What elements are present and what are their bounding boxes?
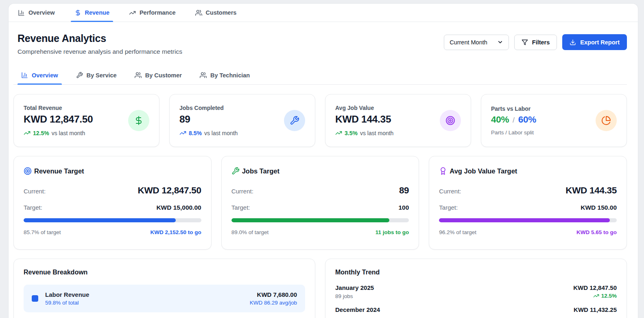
users-icon: [135, 72, 142, 79]
revenue-breakdown-panel: Revenue Breakdown Labor Revenue 59.8% of…: [13, 259, 315, 318]
kpi-value: KWD 144.35: [335, 114, 393, 125]
progress-fill: [231, 218, 390, 222]
breakdown-name: Labor Revenue: [45, 291, 89, 298]
dollar-icon: [74, 9, 81, 16]
nav-tab-performance[interactable]: Performance: [125, 4, 179, 22]
trend-row-january: January 2025 89 jobs KWD 12,847.50 12.5%: [335, 284, 617, 299]
users-icon: [195, 9, 202, 16]
award-icon: [439, 167, 447, 175]
jobs-target-card: Jobs Target Current: 89 Target: 100 89.0…: [221, 156, 419, 250]
kpi-label: Parts vs Labor: [491, 105, 536, 112]
kpi-subtitle: Parts / Labor split: [491, 129, 536, 136]
target-card-title: Jobs Target: [242, 167, 279, 175]
progress-fill: [439, 218, 610, 222]
nav-tab-label: Revenue: [85, 9, 109, 16]
filters-button[interactable]: Filters: [514, 35, 557, 50]
nav-tab-overview[interactable]: Overview: [14, 4, 59, 22]
nav-tab-label: Customers: [206, 9, 237, 16]
remaining-label: KWD 2,152.50 to go: [150, 229, 201, 235]
breakdown-avg: KWD 86.29 avg/job: [250, 300, 297, 306]
target-label: Target:: [439, 204, 458, 211]
progress-bar: [439, 218, 617, 222]
panel-title: Revenue Breakdown: [24, 269, 305, 276]
target-label: Target:: [231, 204, 250, 211]
target-value: 100: [398, 204, 409, 211]
breakdown-item-labor: Labor Revenue 59.8% of total KWD 7,680.0…: [24, 285, 305, 312]
kpi-card-jobs-completed: Jobs Completed 89 8.5% vs last month: [169, 94, 315, 147]
sub-tabs: Overview By Service By Customer By Techn…: [13, 68, 627, 85]
target-value: KWD 150.00: [581, 204, 617, 211]
page-header: Revenue Analytics Comprehensive revenue …: [13, 33, 627, 55]
kpi-card-total-revenue: Total Revenue KWD 12,847.50 12.5% vs las…: [13, 94, 159, 147]
monthly-trend-panel: Monthly Trend January 2025 89 jobs KWD 1…: [325, 259, 627, 318]
progress-bar: [24, 218, 201, 222]
tab-by-technician[interactable]: By Technician: [196, 68, 253, 84]
bottom-row: Revenue Breakdown Labor Revenue 59.8% of…: [13, 259, 627, 318]
kpi-trend-text: vs last month: [360, 130, 393, 136]
current-label: Current:: [24, 188, 46, 195]
kpi-label: Avg Job Value: [335, 105, 393, 111]
export-report-label: Export Report: [580, 39, 620, 46]
kpi-label: Total Revenue: [24, 105, 93, 111]
trending-up-icon: [24, 129, 31, 136]
trending-up-icon: [129, 9, 136, 16]
kpi-trend-text: vs last month: [52, 130, 85, 136]
wrench-icon: [231, 167, 240, 175]
nav-tab-revenue[interactable]: Revenue: [71, 4, 113, 22]
top-nav: Overview Revenue Performance Customers: [9, 4, 638, 22]
wrench-icon: [284, 110, 305, 131]
trend-change: 12.5%: [601, 293, 617, 299]
pie-chart-icon: [596, 110, 617, 131]
remaining-label: 11 jobs to go: [375, 229, 409, 235]
tab-label: By Service: [87, 72, 117, 79]
target-value: KWD 15,000.00: [156, 204, 201, 211]
nav-tab-label: Overview: [28, 9, 55, 16]
target-icon: [24, 167, 32, 175]
labor-percent: 60%: [518, 114, 536, 125]
trend-row-december: December 2024 KWD 11,432.25: [335, 306, 617, 313]
download-icon: [570, 39, 576, 46]
progress-fill: [24, 218, 176, 222]
avg-job-value-target-card: Avg Job Value Target Current: KWD 144.35…: [429, 156, 627, 250]
export-report-button[interactable]: Export Report: [562, 34, 627, 50]
trend-month: January 2025: [335, 284, 374, 291]
kpi-trend-value: 8.5%: [189, 130, 202, 136]
current-value: KWD 12,847.50: [138, 185, 201, 196]
tab-overview[interactable]: Overview: [17, 68, 62, 84]
kpi-trend-text: vs last month: [204, 130, 238, 136]
kpi-card-parts-vs-labor: Parts vs Labor 40% / 60% Parts / Labor s…: [481, 94, 627, 147]
breakdown-amount: KWD 7,680.00: [250, 291, 297, 298]
trending-up-icon: [335, 129, 342, 136]
trend-month: December 2024: [335, 306, 380, 313]
period-select[interactable]: Current Month: [444, 35, 509, 50]
filters-button-label: Filters: [532, 39, 550, 46]
current-label: Current:: [231, 188, 253, 195]
trending-up-icon: [179, 129, 186, 136]
kpi-card-avg-job-value: Avg Job Value KWD 144.35 3.5% vs last mo…: [325, 94, 471, 147]
breakdown-share: 59.8% of total: [45, 300, 89, 306]
trend-amount: KWD 11,432.25: [574, 306, 617, 313]
chevron-down-icon: [497, 39, 503, 45]
dollar-icon: [128, 110, 149, 131]
kpi-value: 89: [179, 114, 238, 125]
target-card-title: Revenue Target: [34, 167, 84, 175]
tab-label: Overview: [32, 72, 58, 79]
header-controls: Current Month Filters Export Report: [444, 34, 627, 50]
filter-icon: [522, 39, 528, 46]
parts-percent: 40%: [491, 114, 509, 125]
users-icon: [200, 72, 207, 79]
target-icon: [440, 110, 461, 131]
period-select-value: Current Month: [450, 39, 487, 46]
panel-title: Monthly Trend: [335, 269, 617, 276]
target-card-title: Avg Job Value Target: [450, 167, 517, 175]
tab-by-customer[interactable]: By Customer: [131, 68, 186, 84]
tab-label: By Technician: [210, 72, 250, 79]
trend-jobs: 89 jobs: [335, 293, 374, 299]
target-label: Target:: [24, 204, 42, 211]
tab-by-service[interactable]: By Service: [72, 68, 120, 84]
app-container: Overview Revenue Performance Customers R…: [8, 3, 638, 318]
kpi-value: KWD 12,847.50: [24, 114, 93, 125]
wrench-icon: [76, 72, 83, 79]
split-separator: /: [511, 116, 516, 124]
nav-tab-customers[interactable]: Customers: [192, 4, 240, 22]
